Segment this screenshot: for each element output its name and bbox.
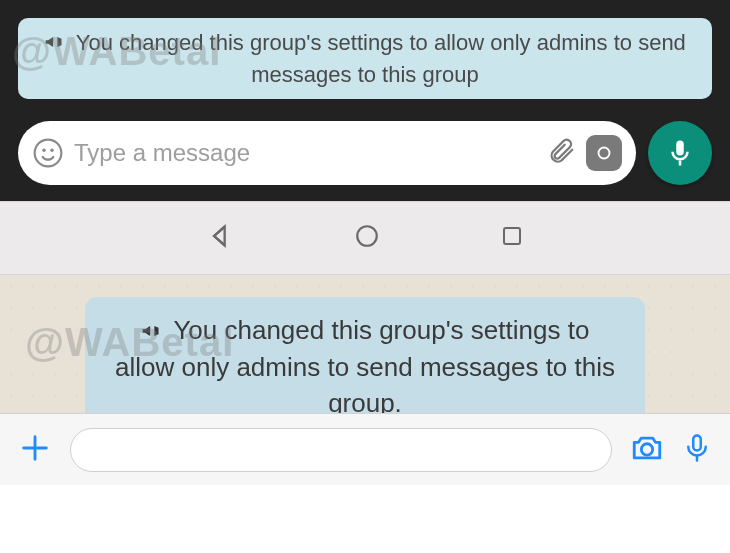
microphone-icon[interactable]: [682, 431, 712, 469]
svg-point-6: [357, 227, 377, 247]
system-message-text: You changed this group's settings to all…: [76, 30, 686, 87]
svg-point-0: [35, 140, 62, 167]
system-message-text: You changed this group's settings to all…: [115, 315, 615, 417]
emoji-icon[interactable]: [32, 137, 64, 169]
nav-home-icon[interactable]: [354, 223, 380, 253]
voice-message-button[interactable]: [648, 121, 712, 185]
message-input-pill: [18, 121, 636, 185]
message-input[interactable]: [74, 139, 536, 167]
add-button[interactable]: [18, 431, 52, 469]
message-input-row: [18, 121, 712, 185]
svg-rect-9: [693, 435, 701, 450]
camera-icon[interactable]: [586, 135, 622, 171]
android-chat-pane: @WABetaI You changed this group's settin…: [0, 0, 730, 201]
nav-recents-icon[interactable]: [500, 224, 524, 252]
attachment-icon[interactable]: [546, 136, 576, 170]
nav-back-icon[interactable]: [206, 222, 234, 254]
svg-point-8: [641, 444, 652, 455]
svg-rect-7: [504, 228, 520, 244]
svg-point-2: [50, 149, 53, 152]
message-input[interactable]: [70, 428, 612, 472]
megaphone-icon: [44, 30, 64, 60]
system-message-bubble: @WABetaI You changed this group's settin…: [18, 18, 712, 99]
megaphone-icon: [141, 315, 161, 350]
android-navigation-bar: [0, 201, 730, 275]
camera-icon[interactable]: [630, 431, 664, 469]
svg-rect-5: [679, 161, 682, 166]
ios-chat-pane: @WABetaI You changed this group's settin…: [0, 275, 730, 485]
ios-input-bar: [0, 413, 730, 485]
svg-point-1: [42, 149, 45, 152]
svg-point-4: [601, 151, 607, 157]
